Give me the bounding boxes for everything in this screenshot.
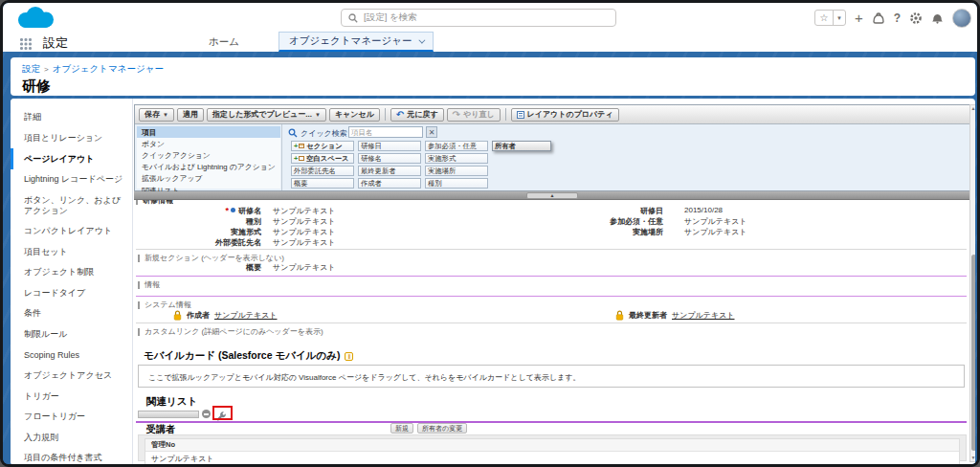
cancel-button[interactable]: キャンセル xyxy=(329,108,380,122)
tab-home[interactable]: ホーム xyxy=(199,32,249,52)
field-label[interactable]: 実施形式 xyxy=(145,227,261,237)
scroll-down-icon[interactable]: ▼ xyxy=(970,455,975,461)
object-manager-card: 詳細 項目とリレーション ページレイアウト Lightning レコードページ … xyxy=(11,99,975,465)
gear-icon[interactable] xyxy=(909,11,923,25)
section-grip-icon xyxy=(138,281,140,289)
palette-item-field[interactable]: 実施場所 xyxy=(425,166,488,176)
quick-find-input[interactable] xyxy=(348,126,423,138)
palette-category-buttons[interactable]: ボタン xyxy=(137,138,280,149)
palette-item-field[interactable]: 作成者 xyxy=(358,178,421,189)
sidebar-item-flow-triggers[interactable]: フロートリガー xyxy=(11,407,132,428)
sidebar-item-buttons-links-actions[interactable]: ボタン、リンク、およびアクション xyxy=(11,189,132,220)
remove-icon[interactable] xyxy=(202,410,211,418)
sidebar-item-conditions[interactable]: 条件 xyxy=(11,303,132,324)
palette-category-list: 項目 ボタン クイックアクション モバイルおよび Lightning のアクショ… xyxy=(137,126,280,189)
sidebar-item-details[interactable]: 詳細 xyxy=(11,107,132,128)
section-header-system-info[interactable]: システム情報 xyxy=(138,300,191,310)
palette-category-fields[interactable]: 項目 xyxy=(137,126,280,138)
palette-item-field[interactable]: 研修名 xyxy=(358,153,421,164)
info-icon[interactable]: i xyxy=(345,352,353,361)
favorites-control[interactable]: ☆ ▼ xyxy=(814,10,846,26)
undo-button[interactable]: ↶元に戻す xyxy=(390,108,444,122)
sample-link[interactable]: サンプルテキスト xyxy=(214,310,278,321)
palette-item-field[interactable]: 実施形式 xyxy=(425,153,488,164)
palette-category-expanded-lookups[interactable]: 拡張ルックアップ xyxy=(137,173,280,185)
field-label[interactable]: 実施場所 xyxy=(546,227,663,237)
redo-button[interactable]: ↷やり直し xyxy=(447,108,501,122)
field-label[interactable]: 概要 xyxy=(145,262,261,273)
field-label[interactable]: 種別 xyxy=(145,216,261,227)
sidebar-item-field-sets[interactable]: 項目セット xyxy=(11,241,132,262)
breadcrumb-link-object-manager[interactable]: オブジェクトマネージャー xyxy=(53,63,164,74)
sidebar-item-fields-relationships[interactable]: 項目とリレーション xyxy=(11,128,132,149)
sidebar-item-restriction-rules[interactable]: 制限ルール xyxy=(11,324,132,345)
lock-icon xyxy=(173,310,182,321)
palette-category-mobile-lightning-actions[interactable]: モバイルおよび Lightning のアクション xyxy=(137,162,280,173)
palette-collapse-handle[interactable]: ▲ xyxy=(526,192,578,199)
sidebar-item-lightning-record-pages[interactable]: Lightning レコードページ xyxy=(11,169,132,190)
field-sample-value: サンプルテキスト xyxy=(684,227,747,237)
layout-properties-button[interactable]: レイアウトのプロパティ xyxy=(511,108,619,122)
breadcrumb-link-setup[interactable]: 設定 xyxy=(22,63,40,74)
tab-object-manager[interactable]: オブジェクトマネージャー xyxy=(278,32,434,52)
field-label[interactable]: 研修日 xyxy=(546,206,663,216)
palette-item-owner-dragged[interactable]: 所有者 xyxy=(492,141,551,151)
preview-as-button[interactable]: 指定した形式でプレビュー...▼ xyxy=(207,108,326,122)
global-header: [設定] を検索 ☆ ▼ + ? xyxy=(3,3,977,32)
vertical-scrollbar[interactable]: ▲ ▼ xyxy=(969,104,975,462)
bell-icon[interactable] xyxy=(931,11,944,24)
save-caret-icon: ▼ xyxy=(163,112,168,118)
palette-item-field[interactable]: 外部委託先名 xyxy=(291,166,354,176)
palette-item-field[interactable]: 研修日 xyxy=(358,141,421,151)
save-button[interactable]: 保存▼ xyxy=(139,108,174,122)
palette-item-field[interactable]: 概要 xyxy=(291,178,354,189)
favorites-caret-icon[interactable]: ▼ xyxy=(833,11,845,25)
palette-item-field[interactable]: 最終更新者 xyxy=(358,166,421,176)
quick-find-clear-icon[interactable]: ✕ xyxy=(426,126,437,138)
field-label[interactable]: 作成者 xyxy=(187,310,210,321)
palette-item-field[interactable]: 参加必須・任意 xyxy=(425,141,488,151)
breadcrumb-card: 設定>オブジェクトマネージャー 研修 xyxy=(11,57,975,96)
trailhead-icon[interactable] xyxy=(872,12,885,24)
sidebar-item-object-limits[interactable]: オブジェクト制限 xyxy=(11,262,132,283)
app-launcher-icon[interactable] xyxy=(20,38,23,41)
scroll-up-icon[interactable]: ▲ xyxy=(970,105,975,112)
add-icon[interactable]: + xyxy=(855,11,863,25)
sidebar-item-validation-rules[interactable]: 入力規則 xyxy=(11,427,132,448)
sidebar-item-triggers[interactable]: トリガー xyxy=(11,386,132,407)
apply-button[interactable]: 適用 xyxy=(177,108,204,122)
related-list-column-header: 管理No xyxy=(145,439,959,452)
sidebar-item-object-access[interactable]: オブジェクトアクセス xyxy=(11,366,132,387)
global-search-input[interactable]: [設定] を検索 xyxy=(341,9,616,27)
user-avatar[interactable] xyxy=(952,9,971,28)
related-list-sample-row: サンプルテキスト xyxy=(145,452,959,465)
sidebar-item-page-layouts[interactable]: ページレイアウト xyxy=(11,148,132,169)
sidebar-item-record-types[interactable]: レコードタイプ xyxy=(11,282,132,303)
related-list-change-owner-button[interactable]: 所有者の変更 xyxy=(417,423,467,434)
palette-body: 項目 ボタン クイックアクション モバイルおよび Lightning のアクショ… xyxy=(135,124,969,190)
favorites-star-icon[interactable]: ☆ xyxy=(815,11,833,25)
palette-item-section[interactable]: +セクション xyxy=(291,141,354,151)
palette-category-quick-actions[interactable]: クイックアクション xyxy=(137,149,280,161)
sidebar-item-scoping-rules[interactable]: Scoping Rules xyxy=(11,345,132,366)
sample-link[interactable]: サンプルテキスト xyxy=(672,310,735,321)
sidebar-item-field-conditional-formatting[interactable]: 項目の条件付き書式 xyxy=(11,448,132,465)
section-header-custom-links[interactable]: カスタムリンク (詳細ページにのみヘッダーを表示) xyxy=(138,326,323,337)
field-label[interactable]: 外部委託先名 xyxy=(145,237,261,248)
section-header-info[interactable]: 情報 xyxy=(138,279,160,290)
palette-item-blank-space[interactable]: +空白スペース xyxy=(291,153,354,164)
scrollbar-thumb[interactable] xyxy=(971,255,976,451)
object-sidebar: 詳細 項目とリレーション ページレイアウト Lightning レコードページ … xyxy=(11,99,133,465)
field-label[interactable]: 最終更新者 xyxy=(629,310,667,321)
layout-properties-icon xyxy=(517,111,524,119)
quick-find-icon xyxy=(288,128,298,138)
plus-icon: + xyxy=(294,154,298,163)
field-label[interactable]: *研修名 xyxy=(145,206,261,216)
related-list-new-button[interactable]: 新規 xyxy=(390,423,413,434)
help-icon[interactable]: ? xyxy=(894,12,901,24)
related-list-table: 管理No サンプルテキスト xyxy=(145,438,960,465)
sidebar-item-compact-layouts[interactable]: コンパクトレイアウト xyxy=(11,221,132,242)
field-label[interactable]: 参加必須・任意 xyxy=(546,216,663,227)
palette-item-field[interactable]: 種別 xyxy=(425,178,488,189)
related-list-placeholder-bar[interactable] xyxy=(138,411,199,418)
